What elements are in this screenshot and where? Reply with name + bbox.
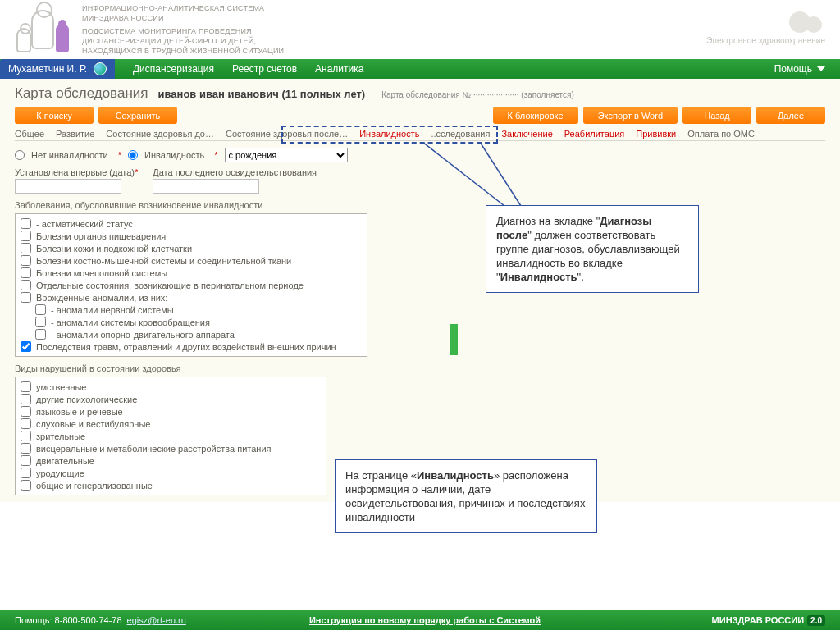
diseases-title: Заболевания, обусловившие возникновение … <box>15 200 825 210</box>
disease-label: Болезни костно-мышечной системы и соедин… <box>36 256 291 266</box>
disease-checkbox[interactable] <box>21 231 31 241</box>
save-button[interactable]: Сохранить <box>98 107 177 124</box>
tab-conclusion[interactable]: Заключение <box>501 129 552 139</box>
violation-checkbox[interactable] <box>21 394 31 404</box>
violation-label: висцеральные и метаболические расстройст… <box>36 444 271 454</box>
page-title: Карта обследования <box>15 85 148 102</box>
label-last-date: Дата последнего освидетельствования <box>153 167 317 177</box>
search-button[interactable]: К поиску <box>15 107 94 124</box>
back-button[interactable]: Назад <box>682 107 751 124</box>
footer-version: 2.0 <box>807 615 825 626</box>
last-date-input[interactable] <box>153 179 259 194</box>
callout-diagnosis: Диагноз на вкладке "Диагнозы после" долж… <box>486 205 699 293</box>
disease-checkbox[interactable] <box>21 341 31 352</box>
app-logo <box>15 7 72 52</box>
main-navbar: Мухаметчин И. Р. Диспансеризация Реестр … <box>0 59 840 79</box>
system-title: ИНФОРМАЦИОННО-АНАЛИТИЧЕСКАЯ СИСТЕМА МИНЗ… <box>82 3 284 56</box>
nav-registry[interactable]: Реестр счетов <box>232 63 297 75</box>
disease-checkbox[interactable] <box>21 292 31 303</box>
nav-help[interactable]: Помощь <box>774 63 840 75</box>
tab-oms[interactable]: Оплата по ОМС <box>687 129 755 139</box>
disease-label: - аномалии опорно-двигательного аппарата <box>51 330 235 340</box>
footer-instruction-link[interactable]: Инструкция по новому порядку работы с Си… <box>309 615 541 625</box>
disease-label: - аномалии нервной системы <box>51 305 174 315</box>
footer-email[interactable]: egisz@rt-eu.ru <box>127 615 186 625</box>
tab-health-before[interactable]: Состояние здоровья до… <box>106 129 214 139</box>
violation-label: языковые и речевые <box>36 407 123 417</box>
disease-label: - аномалии системы кровообращения <box>51 317 210 327</box>
disability-since-select[interactable]: с рождения <box>225 148 348 162</box>
tab-rehab[interactable]: Реабилитация <box>564 129 625 139</box>
tab-vaccines[interactable]: Прививки <box>636 129 676 139</box>
disease-checkbox[interactable] <box>21 243 31 253</box>
radio-disability[interactable] <box>128 150 138 160</box>
violation-label: уродующие <box>36 468 84 478</box>
disease-label: Врожденные аномалии, из них: <box>36 293 167 303</box>
next-button[interactable]: Далее <box>756 107 825 124</box>
disease-checkbox[interactable] <box>35 317 46 327</box>
diseases-list: - астматический статусБолезни органов пи… <box>15 213 368 357</box>
violation-label: общие и генерализованные <box>36 481 153 491</box>
violation-checkbox[interactable] <box>21 431 31 441</box>
current-user[interactable]: Мухаметчин И. Р. <box>0 59 115 79</box>
footer-phone: Помощь: 8-800-500-74-78 <box>15 615 122 625</box>
tab-development[interactable]: Развитие <box>56 129 94 139</box>
violation-checkbox[interactable] <box>21 418 31 429</box>
highlight-box <box>281 126 498 144</box>
label-no-disability: Нет инвалидности <box>31 150 108 160</box>
patient-name: иванов иван иванович (11 полных лет) <box>158 88 365 100</box>
disease-checkbox[interactable] <box>21 280 31 290</box>
nav-analytics[interactable]: Аналитика <box>315 63 363 75</box>
label-disability: Инвалидность <box>144 150 204 160</box>
tab-general[interactable]: Общее <box>15 129 44 139</box>
disease-label: Отдельные состояния, возникающие в перин… <box>36 281 304 290</box>
violations-title: Виды нарушений в состоянии здоровья <box>15 363 825 373</box>
disease-checkbox[interactable] <box>35 304 46 315</box>
disease-checkbox[interactable] <box>21 218 31 229</box>
radio-no-disability[interactable] <box>15 150 25 160</box>
violation-label: другие психологические <box>36 395 137 404</box>
disease-checkbox[interactable] <box>21 267 31 278</box>
footer-bar: Помощь: 8-800-500-74-78 egisz@rt-eu.ru И… <box>0 610 840 630</box>
violation-checkbox[interactable] <box>21 468 31 478</box>
scroll-indicator <box>450 324 458 355</box>
callout-page-info: На странице «Инвалидность» расположена и… <box>335 459 597 533</box>
violation-label: слуховые и вестибулярные <box>36 419 150 429</box>
disease-label: Последствия травм, отравлений и других в… <box>36 342 336 352</box>
label-first-date: Установлена впервые (дата) <box>15 167 135 177</box>
footer-brand: МИНЗДРАВ РОССИИ <box>712 615 805 625</box>
disease-checkbox[interactable] <box>21 255 31 266</box>
first-date-input[interactable] <box>15 179 121 194</box>
nav-dispensary[interactable]: Диспансеризация <box>133 63 214 75</box>
disease-label: Болезни кожи и подкожной клетчатки <box>36 244 192 253</box>
violation-checkbox[interactable] <box>21 443 31 454</box>
violations-list: умственныедругие психологическиеязыковые… <box>15 377 326 495</box>
violation-checkbox[interactable] <box>21 381 31 392</box>
ehealth-badge: Электронное здравоохранение <box>706 11 825 45</box>
card-number: Карта обследования №····················… <box>381 90 574 99</box>
violation-checkbox[interactable] <box>21 480 31 491</box>
violation-checkbox[interactable] <box>21 455 31 466</box>
block-button[interactable]: К блокировке <box>493 107 578 124</box>
cloud-icon <box>784 11 825 34</box>
globe-icon <box>94 62 107 75</box>
disease-label: Болезни органов пищеварения <box>36 231 166 241</box>
disease-checkbox[interactable] <box>35 329 46 340</box>
chevron-down-icon <box>817 66 825 71</box>
export-button[interactable]: Экспорт в Word <box>583 107 678 124</box>
violation-label: зрительные <box>36 431 85 441</box>
disease-label: Болезни мочеполовой системы <box>36 268 167 278</box>
disease-label: - астматический статус <box>36 219 133 229</box>
violation-checkbox[interactable] <box>21 406 31 417</box>
violation-label: умственные <box>36 382 87 392</box>
violation-label: двигательные <box>36 456 94 466</box>
